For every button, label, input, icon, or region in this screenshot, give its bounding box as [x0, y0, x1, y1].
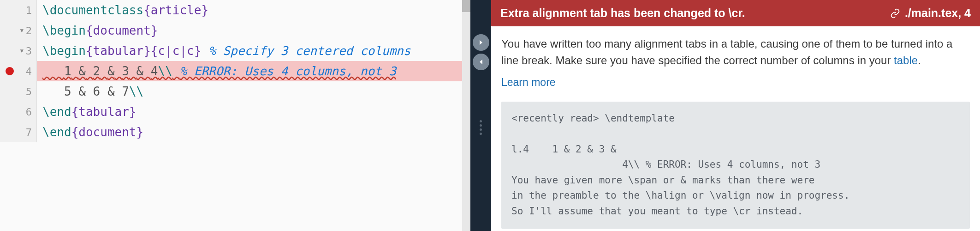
gutter[interactable]: 4 — [0, 61, 37, 81]
arrow-left-icon — [477, 58, 485, 66]
error-title: Extra alignment tab has been changed to … — [500, 6, 745, 20]
line-number: 6 — [26, 106, 32, 118]
gutter[interactable]: 7 — [0, 122, 37, 142]
pane-divider[interactable] — [470, 0, 491, 231]
code-line[interactable]: 6\end{tabular} — [0, 102, 470, 122]
arrow-right-icon — [477, 38, 485, 47]
error-dot-icon[interactable] — [6, 67, 14, 75]
editor-lines: 1\documentclass{article}▼2\begin{documen… — [0, 0, 470, 142]
gutter[interactable]: 1 — [0, 0, 37, 20]
gutter[interactable]: ▼2 — [0, 20, 37, 41]
fold-arrow-icon[interactable]: ▼ — [20, 48, 24, 54]
gutter[interactable]: 5 — [0, 81, 37, 102]
code-line[interactable]: 4 1 & 2 & 3 & 4\\ % ERROR: Uses 4 column… — [0, 61, 470, 81]
line-number: 3 — [26, 45, 32, 57]
code-content[interactable]: \end{tabular} — [37, 102, 470, 122]
learn-more-link[interactable]: Learn more — [501, 74, 970, 91]
error-header: Extra alignment tab has been changed to … — [491, 0, 980, 26]
scrollbar-thumb[interactable] — [462, 0, 470, 12]
link-icon — [890, 8, 900, 18]
fold-arrow-icon[interactable]: ▼ — [20, 27, 24, 34]
code-content[interactable]: \begin{document} — [37, 20, 470, 41]
error-desc-after: . — [918, 54, 921, 67]
code-content[interactable]: \documentclass{article} — [37, 0, 470, 20]
error-location-link[interactable]: ./main.tex, 4 — [890, 6, 971, 20]
nav-left-button[interactable] — [473, 54, 489, 70]
code-content[interactable]: 1 & 2 & 3 & 4\\ % ERROR: Uses 4 columns,… — [37, 61, 470, 81]
line-number: 4 — [26, 66, 32, 77]
code-content[interactable]: \end{document} — [37, 122, 470, 142]
line-number: 1 — [26, 5, 32, 16]
error-desc-before: You have written too many alignment tabs… — [501, 37, 952, 67]
line-number: 2 — [26, 25, 32, 36]
error-panel: Extra alignment tab has been changed to … — [491, 0, 980, 231]
code-line[interactable]: 7\end{document} — [0, 122, 470, 142]
gutter[interactable]: 6 — [0, 102, 37, 122]
error-log: <recently read> \endtemplate l.4 1 & 2 &… — [501, 102, 970, 229]
code-editor[interactable]: 1\documentclass{article}▼2\begin{documen… — [0, 0, 470, 231]
scrollbar-track[interactable] — [462, 0, 470, 231]
code-content[interactable]: \begin{tabular}{c|c|c} % Specify 3 cente… — [37, 41, 470, 61]
code-line[interactable]: 1\documentclass{article} — [0, 0, 470, 20]
gutter[interactable]: ▼3 — [0, 41, 37, 61]
error-location-text: ./main.tex, 4 — [905, 6, 971, 20]
error-description: You have written too many alignment tabs… — [491, 26, 980, 98]
code-content[interactable]: 5 & 6 & 7\\ — [37, 81, 470, 102]
nav-right-button[interactable] — [473, 34, 489, 51]
table-link[interactable]: table — [894, 54, 918, 67]
line-number: 5 — [26, 86, 32, 97]
code-line[interactable]: ▼2\begin{document} — [0, 20, 470, 41]
code-line[interactable]: 5 5 & 6 & 7\\ — [0, 81, 470, 102]
code-line[interactable]: ▼3\begin{tabular}{c|c|c} % Specify 3 cen… — [0, 41, 470, 61]
drag-handle-icon[interactable] — [480, 120, 482, 135]
line-number: 7 — [26, 127, 32, 138]
